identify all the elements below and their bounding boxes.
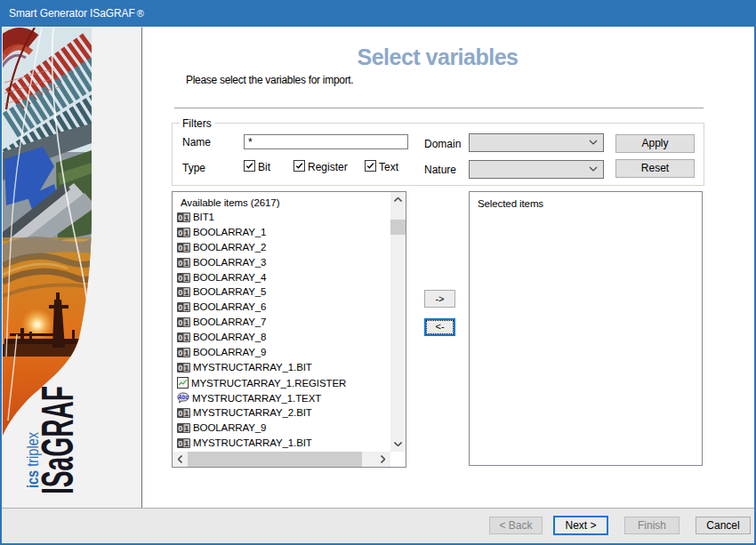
- svg-text:0: 0: [178, 318, 182, 327]
- svg-text:0: 0: [178, 409, 182, 418]
- svg-text:1: 1: [184, 318, 189, 327]
- svg-text:1: 1: [184, 409, 189, 418]
- svg-text:1: 1: [184, 213, 189, 222]
- svg-text:1: 1: [184, 288, 189, 297]
- svg-text:0: 0: [178, 303, 182, 312]
- svg-text:0: 0: [178, 274, 182, 283]
- svg-text:1: 1: [184, 439, 189, 448]
- svg-text:1: 1: [184, 424, 189, 433]
- svg-text:0: 0: [178, 288, 182, 297]
- svg-text:0: 0: [178, 364, 182, 373]
- svg-text:0: 0: [178, 228, 182, 237]
- svg-text:0: 0: [178, 349, 182, 357]
- svg-text:1: 1: [184, 333, 189, 342]
- svg-text:0: 0: [178, 213, 182, 222]
- svg-text:0: 0: [178, 259, 182, 268]
- svg-text:1: 1: [184, 303, 189, 312]
- svg-text:0: 0: [178, 333, 182, 342]
- svg-text:1: 1: [184, 274, 189, 283]
- svg-text:0: 0: [178, 439, 182, 448]
- svg-text:0: 0: [178, 244, 182, 252]
- svg-text:0: 0: [178, 424, 182, 433]
- svg-text:1: 1: [184, 244, 189, 252]
- svg-text:1: 1: [184, 364, 189, 373]
- svg-text:ics triplex: ics triplex: [23, 432, 42, 488]
- svg-text:1: 1: [184, 228, 189, 237]
- svg-text:1: 1: [184, 349, 189, 357]
- svg-text:Abc: Abc: [177, 394, 189, 400]
- svg-text:1: 1: [184, 259, 189, 268]
